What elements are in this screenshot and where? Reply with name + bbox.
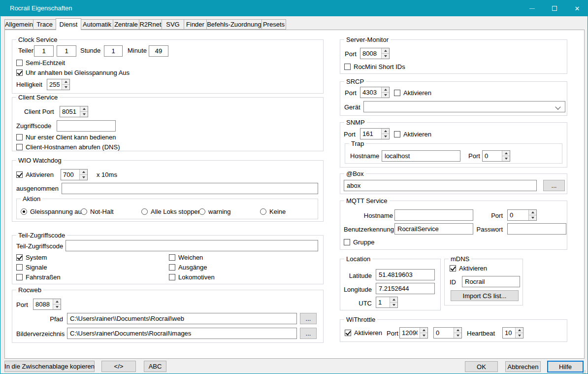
spin-down-button[interactable] bbox=[382, 93, 389, 98]
helligkeit-input[interactable] bbox=[47, 79, 62, 90]
xml-code-button[interactable]: </> bbox=[101, 361, 136, 372]
bilderverzeichnis-browse-button[interactable]: ... bbox=[300, 328, 317, 339]
trap-hostname-input[interactable] bbox=[382, 150, 460, 162]
teil-zugriffscode-input[interactable] bbox=[65, 240, 318, 251]
spin-up-button[interactable] bbox=[53, 299, 61, 305]
spin-up-button[interactable] bbox=[382, 129, 389, 134]
client-port-input[interactable] bbox=[60, 106, 80, 117]
mqtt-port-input[interactable] bbox=[508, 210, 528, 220]
spin-down-button[interactable] bbox=[420, 333, 427, 338]
server-monitor-port-input[interactable] bbox=[360, 48, 381, 59]
spin-down-button[interactable] bbox=[502, 156, 510, 161]
abc-button[interactable]: ABC bbox=[144, 361, 166, 372]
spin-up-button[interactable] bbox=[382, 48, 389, 54]
zugriffscode-input[interactable] bbox=[57, 120, 116, 132]
spin-down-button[interactable] bbox=[53, 305, 61, 309]
pfad-browse-button[interactable]: ... bbox=[300, 313, 317, 324]
spin-down-button[interactable] bbox=[454, 333, 461, 338]
radio-alle-loks-stoppen[interactable]: Alle Loks stoppen bbox=[141, 208, 201, 215]
spin-up-button[interactable] bbox=[390, 297, 397, 303]
checkbox-rocmini-short-ids[interactable]: RocMini Short IDs bbox=[344, 63, 405, 70]
tab-dienst[interactable]: Dienst bbox=[56, 18, 81, 30]
ok-button[interactable]: OK bbox=[465, 361, 498, 372]
spin-up-button[interactable] bbox=[420, 328, 427, 333]
checkbox-mdns-aktivieren[interactable]: Aktivieren bbox=[450, 265, 487, 272]
checkbox-system[interactable]: System bbox=[16, 254, 47, 261]
abox-input[interactable] bbox=[344, 180, 537, 191]
resize-grip[interactable] bbox=[585, 371, 586, 372]
withrottle-port-input[interactable] bbox=[400, 328, 420, 338]
radio-warning[interactable]: warning bbox=[199, 208, 231, 215]
teiler-input-2[interactable] bbox=[57, 45, 76, 57]
snmp-port-input[interactable] bbox=[360, 129, 381, 139]
tab-r2rnet[interactable]: R2Rnet bbox=[139, 19, 162, 30]
radio-gleisspannung-aus[interactable]: Gleisspannung aus bbox=[21, 208, 85, 215]
tab-svg[interactable]: SVG bbox=[162, 19, 184, 30]
import-cs-list-button[interactable]: Import CS list... bbox=[451, 290, 519, 301]
utc-input[interactable] bbox=[376, 297, 390, 307]
checkbox-uhr-anhalten[interactable]: Uhr anhalten bei Gleisspannung Aus bbox=[16, 69, 130, 76]
checkbox-fahrstrassen[interactable]: Fahrstraßen bbox=[16, 273, 61, 281]
checkbox-semi-echtzeit[interactable]: Semi-Echtzeit bbox=[16, 59, 65, 67]
checkbox-signale[interactable]: Signale bbox=[16, 264, 47, 271]
minimize-button[interactable] bbox=[521, 0, 543, 16]
stunde-input[interactable] bbox=[104, 45, 123, 57]
minute-input[interactable] bbox=[149, 45, 168, 57]
checkbox-weichen[interactable]: Weichen bbox=[169, 254, 203, 261]
geraet-combobox[interactable] bbox=[363, 101, 565, 112]
rocweb-port-input[interactable] bbox=[33, 299, 53, 309]
trap-port-input[interactable] bbox=[483, 151, 502, 161]
spin-down-button[interactable] bbox=[529, 215, 536, 220]
checkbox-wio-aktivieren[interactable]: Aktivieren bbox=[16, 171, 54, 178]
srcp-port-input[interactable] bbox=[360, 87, 381, 98]
mdns-id-input[interactable] bbox=[462, 276, 520, 287]
spin-up-button[interactable] bbox=[516, 328, 523, 333]
spin-up-button[interactable] bbox=[62, 79, 69, 85]
mqtt-hostname-input[interactable] bbox=[394, 209, 473, 221]
radio-keine[interactable]: Keine bbox=[260, 208, 286, 215]
spin-up-button[interactable] bbox=[529, 210, 536, 215]
benutzerkennung-input[interactable] bbox=[394, 223, 473, 235]
abox-browse-button[interactable]: ... bbox=[543, 180, 565, 191]
checkbox-client-hostnamen-dns[interactable]: Client-Hostnamen abrufen (DNS) bbox=[16, 143, 120, 151]
checkbox-srcp-aktivieren[interactable]: Aktivieren bbox=[394, 89, 431, 97]
heartbeat-input[interactable] bbox=[503, 328, 515, 338]
tab-zentrale[interactable]: Zentrale bbox=[113, 19, 139, 30]
spin-up-button[interactable] bbox=[80, 170, 87, 175]
longitude-input[interactable] bbox=[376, 283, 435, 294]
teiler-input-1[interactable] bbox=[34, 45, 54, 57]
passwort-input[interactable] bbox=[507, 223, 566, 235]
maximize-button[interactable] bbox=[543, 0, 566, 16]
spin-down-button[interactable] bbox=[516, 333, 523, 338]
spin-up-button[interactable] bbox=[454, 328, 461, 333]
radio-not-halt[interactable]: Not-Halt bbox=[81, 208, 114, 215]
spin-down-button[interactable] bbox=[62, 85, 69, 90]
tab-presets[interactable]: Presets bbox=[261, 19, 286, 30]
ausgenommen-input[interactable] bbox=[62, 183, 318, 194]
copy-to-clipboard-button[interactable]: In die Zwischenablage kopieren bbox=[4, 361, 95, 372]
spin-up-button[interactable] bbox=[502, 151, 510, 156]
spin-down-button[interactable] bbox=[382, 134, 389, 139]
checkbox-withrottle-aktivieren[interactable]: Aktivieren bbox=[345, 329, 382, 337]
tab-automatik[interactable]: Automatik bbox=[81, 19, 113, 30]
withrottle-port2-input[interactable] bbox=[434, 328, 454, 338]
checkbox-snmp-aktivieren[interactable]: Aktivieren bbox=[394, 131, 431, 138]
checkbox-nur-erster-client[interactable]: Nur erster Client kann bedienen bbox=[16, 134, 116, 141]
checkbox-ausgaenge[interactable]: Ausgänge bbox=[169, 264, 207, 271]
help-button[interactable]: Hilfe bbox=[547, 361, 584, 373]
bilderverzeichnis-input[interactable] bbox=[67, 328, 297, 339]
cancel-button[interactable]: Abbrechen bbox=[505, 361, 541, 372]
spin-down-button[interactable] bbox=[80, 175, 87, 180]
titlebar[interactable]: Rocrail Eigenschaften ✕ bbox=[0, 0, 588, 16]
tab-befehls-zuordnung[interactable]: Befehls-Zuordnung bbox=[206, 19, 262, 30]
spin-up-button[interactable] bbox=[382, 87, 389, 93]
checkbox-lokomotiven[interactable]: Lokomotiven bbox=[169, 273, 215, 281]
checkbox-gruppe[interactable]: Gruppe bbox=[344, 238, 374, 246]
pfad-input[interactable] bbox=[67, 313, 297, 324]
watchdog-input[interactable] bbox=[61, 170, 79, 180]
spin-down-button[interactable] bbox=[390, 303, 397, 307]
tab-finder[interactable]: Finder bbox=[184, 19, 207, 30]
spin-down-button[interactable] bbox=[382, 54, 389, 59]
tab-trace[interactable]: Trace bbox=[33, 19, 56, 30]
latitude-input[interactable] bbox=[376, 269, 435, 280]
